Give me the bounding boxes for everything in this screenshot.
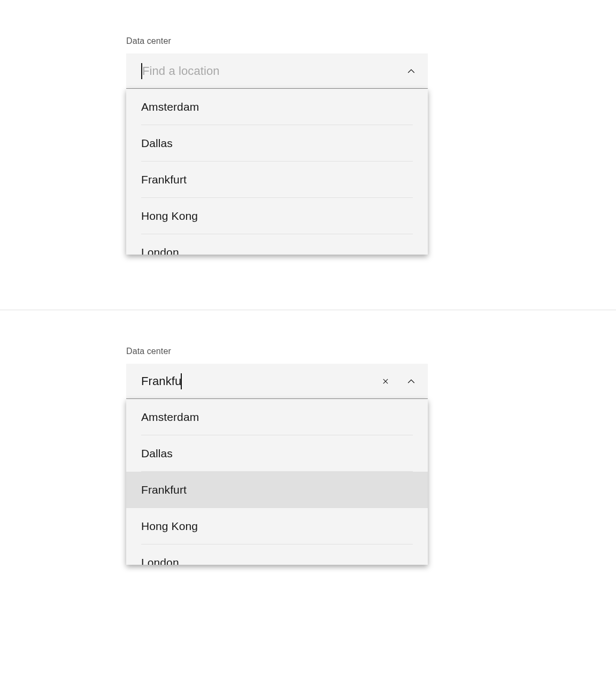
input-wrap[interactable] [141, 53, 404, 88]
list-item[interactable]: London [126, 234, 428, 255]
close-icon[interactable] [379, 374, 392, 388]
location-input[interactable]: Frankfu [141, 374, 181, 388]
combobox-menu: Amsterdam Dallas Frankfurt Hong Kong Lon… [126, 399, 428, 565]
list-item[interactable]: Dallas [126, 435, 428, 472]
location-input[interactable] [142, 64, 404, 78]
list-item[interactable]: Hong Kong [126, 508, 428, 544]
option-label: Dallas [141, 447, 173, 460]
example-panel-typed: Data center Frankfu Amsterdam Dallas Fra… [0, 310, 616, 620]
combobox-icons [379, 374, 418, 388]
option-label: Dallas [141, 137, 173, 150]
input-wrap[interactable]: Frankfu [141, 364, 379, 398]
combobox-field: Data center Amsterdam Dallas Frankfurt H… [126, 36, 428, 255]
combobox-menu: Amsterdam Dallas Frankfurt Hong Kong Lon… [126, 89, 428, 255]
option-label: London [141, 556, 179, 565]
list-item[interactable]: Frankfurt [126, 472, 428, 508]
field-label: Data center [126, 36, 428, 46]
option-label: Hong Kong [141, 520, 198, 533]
field-label: Data center [126, 347, 428, 356]
combobox-field: Data center Frankfu Amsterdam Dallas Fra… [126, 347, 428, 565]
option-label: Amsterdam [141, 101, 199, 113]
combobox-input-wrapper[interactable]: Frankfu [126, 364, 428, 399]
text-cursor [181, 373, 182, 389]
combobox-icons [404, 64, 418, 78]
list-item[interactable]: Amsterdam [126, 399, 428, 435]
chevron-up-icon[interactable] [404, 374, 418, 388]
example-panel-empty: Data center Amsterdam Dallas Frankfurt H… [0, 0, 616, 310]
option-label: Hong Kong [141, 210, 198, 222]
option-label: Frankfurt [141, 173, 187, 186]
option-label: Frankfurt [141, 483, 187, 496]
chevron-up-icon[interactable] [404, 64, 418, 78]
option-label: London [141, 246, 179, 255]
list-item[interactable]: Hong Kong [126, 198, 428, 234]
option-label: Amsterdam [141, 411, 199, 424]
list-item[interactable]: London [126, 544, 428, 565]
combobox-input-wrapper[interactable] [126, 53, 428, 89]
list-item[interactable]: Frankfurt [126, 162, 428, 198]
list-item[interactable]: Amsterdam [126, 89, 428, 125]
list-item[interactable]: Dallas [126, 125, 428, 162]
